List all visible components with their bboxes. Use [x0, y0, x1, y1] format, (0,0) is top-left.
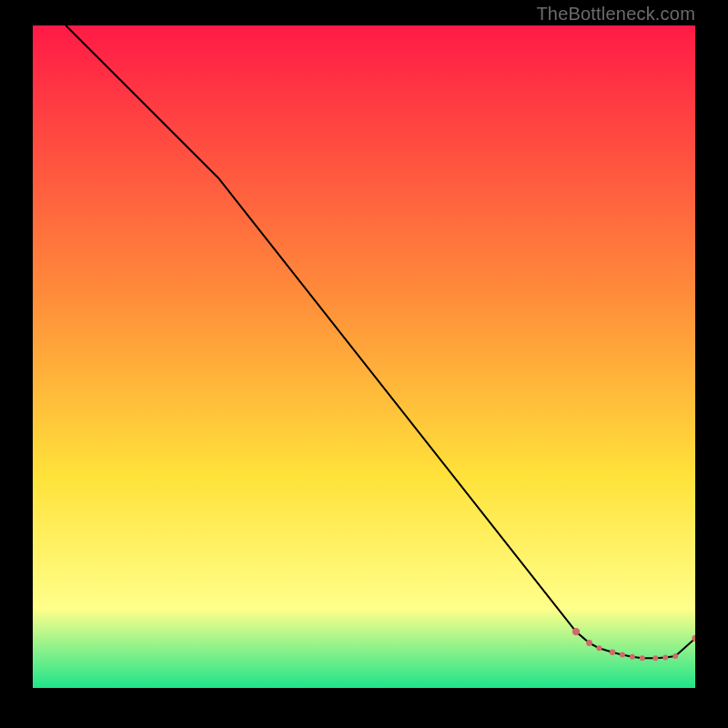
- marker-dot: [572, 628, 580, 635]
- marker-dot: [610, 649, 615, 654]
- marker-dot: [586, 640, 592, 646]
- marker-dot: [652, 655, 658, 661]
- marker-dot: [662, 655, 668, 661]
- chart-frame: TheBottleneck.com: [0, 0, 728, 728]
- marker-dot: [596, 645, 602, 651]
- watermark-text: TheBottleneck.com: [536, 4, 695, 25]
- marker-dot: [672, 653, 678, 659]
- marker-dot: [630, 654, 635, 660]
- curve-line: [66, 25, 695, 658]
- marker-dot: [620, 652, 625, 658]
- chart-overlay: [33, 25, 695, 688]
- plot-area: [33, 25, 695, 688]
- marker-dot: [640, 655, 645, 661]
